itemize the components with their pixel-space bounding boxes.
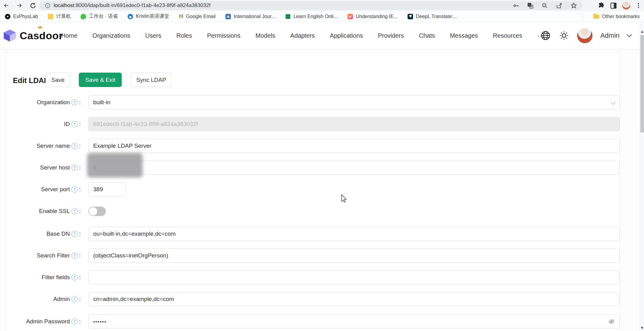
back-button[interactable]	[2, 1, 11, 10]
toggle-knob	[89, 207, 97, 215]
id-label: ID?:	[6, 117, 81, 131]
admin-field[interactable]: cn=admin,dc=example,dc=com	[88, 292, 620, 306]
page-info-icon[interactable]	[45, 3, 51, 9]
translate-icon[interactable]	[527, 2, 534, 9]
crown-icon	[38, 25, 43, 29]
scroll-down-arrow-icon[interactable]	[641, 327, 643, 329]
server-name-label: Server name?:	[6, 139, 81, 153]
menu-item-users[interactable]: Users	[145, 32, 161, 39]
zoom-out-icon[interactable]	[542, 2, 548, 9]
server-name-field[interactable]: Example LDAP Server	[88, 139, 620, 153]
casdoor-logo[interactable]: Casdoor	[3, 29, 63, 42]
chevron-down-icon[interactable]	[627, 32, 632, 37]
help-icon[interactable]: ?	[71, 99, 78, 105]
sync-ldap-button[interactable]: Sync LDAP	[131, 73, 171, 87]
language-globe-icon[interactable]	[540, 30, 551, 41]
menu-item-home[interactable]: Home	[61, 32, 77, 39]
browser-profile-avatar[interactable]	[622, 2, 630, 10]
bookmark-item[interactable]: DeepL Translate:...	[408, 14, 457, 19]
bookmark-favicon	[48, 14, 53, 19]
admin-label: Admin?:	[6, 292, 81, 306]
main-menu: Home Organizations Users Roles Permissio…	[61, 22, 543, 49]
help-icon[interactable]: ?	[71, 208, 78, 214]
other-bookmarks-button[interactable]: Other bookmarks	[593, 11, 640, 22]
help-icon[interactable]: ?	[71, 231, 78, 237]
menu-item-adapters[interactable]: Adapters	[290, 32, 315, 39]
filter-fields-field[interactable]	[88, 270, 620, 284]
menu-item-providers[interactable]: Providers	[378, 32, 404, 39]
username-label[interactable]: Admin	[600, 32, 619, 40]
bookmark-item[interactable]: Understanding IE...	[347, 14, 398, 19]
share-icon[interactable]	[556, 2, 562, 9]
base-dn-field[interactable]: ou=built-in,dc=example,dc=com	[88, 227, 620, 241]
casdoor-cube-icon	[3, 29, 17, 42]
bookmark-item[interactable]: MGoogle Email	[179, 13, 216, 20]
menu-item-messages[interactable]: Messages	[450, 32, 478, 39]
menu-item-applications[interactable]: Applications	[330, 32, 363, 39]
bookmark-favicon	[347, 14, 353, 19]
filter-fields-label: Filter fields?:	[6, 270, 81, 284]
bookmark-star-icon[interactable]	[570, 2, 577, 9]
menu-item-organizations[interactable]: Organizations	[92, 32, 130, 39]
server-port-field[interactable]: 389	[88, 182, 126, 196]
help-icon[interactable]: ?	[71, 121, 78, 127]
bookmark-favicon	[81, 14, 86, 19]
reload-button[interactable]	[28, 1, 37, 10]
redaction-blur-patch	[87, 153, 143, 177]
bookmark-item[interactable]: International Jour...	[225, 14, 275, 19]
bookmark-item[interactable]: Kristin英语课堂	[128, 13, 169, 20]
server-host-field[interactable]: 1	[88, 161, 620, 175]
password-visibility-eye-off-icon[interactable]	[608, 318, 615, 325]
help-icon[interactable]: ?	[71, 165, 78, 171]
forward-button[interactable]	[15, 1, 24, 10]
app-header: Casdoor Home Organizations Users Roles P…	[0, 22, 644, 49]
bookmark-favicon	[225, 14, 231, 19]
admin-password-label: Admin Password?:	[6, 314, 81, 329]
extensions-puzzle-icon[interactable]	[598, 2, 605, 9]
organization-select[interactable]: built-in	[88, 95, 620, 109]
menu-item-models[interactable]: Models	[255, 32, 275, 39]
browser-menu-kebab-icon[interactable]	[635, 2, 642, 9]
bookmark-item[interactable]: 工作台 · 语雀	[81, 13, 118, 20]
save-exit-button[interactable]: Save & Exit	[79, 73, 122, 87]
back-icon	[3, 2, 10, 9]
gmail-favicon: M	[179, 13, 183, 20]
help-icon[interactable]: ?	[71, 186, 78, 192]
admin-password-field[interactable]: ••••••	[88, 314, 620, 329]
page-scrollbar[interactable]	[640, 22, 644, 331]
password-key-icon[interactable]	[513, 2, 519, 9]
bookmark-favicon	[285, 14, 291, 19]
url-bar[interactable]: localhost:8000/ldap/built-in/691edec0-f1…	[39, 1, 583, 10]
user-avatar[interactable]	[577, 28, 592, 43]
theme-sun-icon[interactable]	[559, 30, 569, 41]
menu-item-roles[interactable]: Roles	[176, 32, 192, 39]
scroll-up-arrow-icon[interactable]	[641, 31, 643, 33]
search-filter-field[interactable]: (objectClass=inetOrgPerson)	[88, 249, 620, 263]
select-chevron-icon	[611, 100, 616, 105]
menu-item-resources[interactable]: Resources	[493, 32, 522, 39]
bookmark-item[interactable]: Learn English Onli...	[285, 14, 338, 19]
help-icon[interactable]: ?	[71, 143, 78, 149]
menu-item-chats[interactable]: Chats	[419, 32, 435, 39]
bookmark-favicon	[5, 14, 10, 19]
server-port-label: Server port?:	[6, 182, 81, 196]
search-filter-label: Search Filter?:	[6, 249, 81, 263]
browser-toolbar: localhost:8000/ldap/built-in/691edec0-f1…	[0, 0, 644, 11]
scrollbar-thumb[interactable]	[640, 35, 644, 132]
save-button[interactable]: Save	[45, 73, 71, 87]
side-panel-icon[interactable]	[610, 2, 617, 9]
bookmark-item[interactable]: ExPhysLab	[5, 14, 38, 19]
help-icon[interactable]: ?	[71, 253, 78, 259]
bookmarks-divider	[583, 13, 583, 20]
base-dn-label: Base DN?:	[6, 227, 81, 241]
menu-item-permissions[interactable]: Permissions	[207, 32, 240, 39]
help-icon[interactable]: ?	[71, 274, 78, 280]
help-icon[interactable]: ?	[71, 318, 78, 325]
bookmark-item[interactable]: 计算机	[48, 13, 71, 20]
enable-ssl-toggle[interactable]	[88, 207, 106, 216]
organization-label: Organization?:	[6, 95, 81, 109]
server-host-label: Server host?:	[6, 161, 81, 175]
bookmarks-bar: ExPhysLab 计算机 工作台 · 语雀 Kristin英语课堂 MGoog…	[0, 11, 644, 22]
page-title: Edit LDAP	[13, 76, 49, 85]
help-icon[interactable]: ?	[71, 296, 78, 302]
